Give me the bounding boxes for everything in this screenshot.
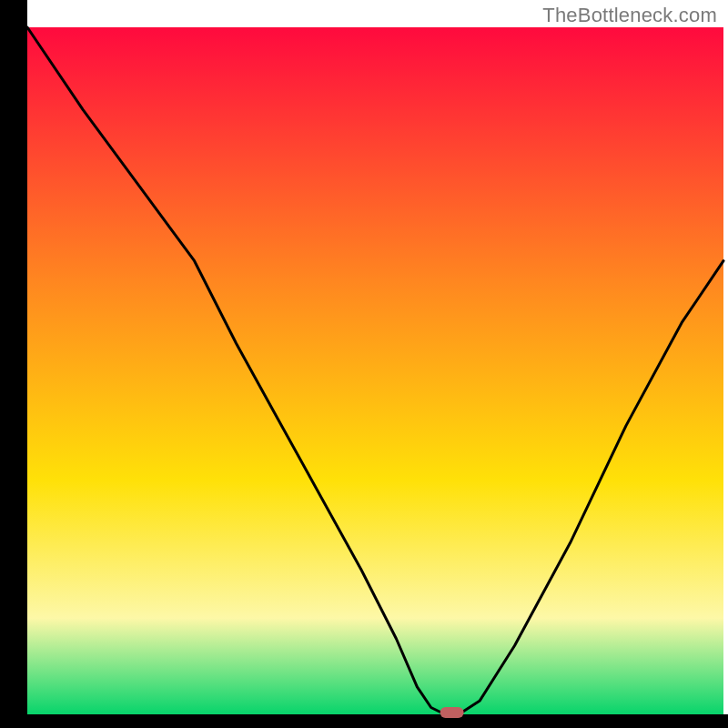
plot-background <box>27 27 723 714</box>
axis-left <box>0 0 27 728</box>
chart-svg <box>0 0 728 728</box>
watermark-text: TheBottleneck.com <box>542 4 717 27</box>
axis-bottom <box>0 714 728 728</box>
bottleneck-chart: TheBottleneck.com <box>0 0 728 728</box>
optimum-marker <box>440 707 464 718</box>
